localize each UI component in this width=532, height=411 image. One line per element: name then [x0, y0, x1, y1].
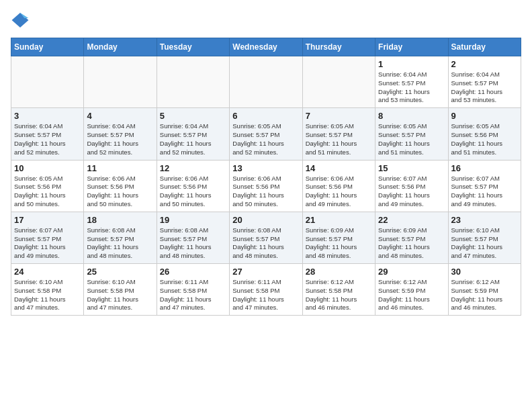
day-number: 24: [14, 267, 81, 277]
calendar-cell: 20Sunrise: 6:08 AM Sunset: 5:57 PM Dayli…: [230, 212, 302, 263]
day-number: 9: [451, 111, 518, 121]
cell-content: Sunrise: 6:07 AM Sunset: 5:57 PM Dayligh…: [451, 175, 518, 209]
day-number: 27: [232, 267, 299, 277]
calendar-cell: 24Sunrise: 6:10 AM Sunset: 5:58 PM Dayli…: [11, 264, 84, 316]
day-number: 25: [87, 267, 153, 277]
calendar-cell: 19Sunrise: 6:08 AM Sunset: 5:57 PM Dayli…: [157, 212, 229, 263]
page-header: [11, 11, 521, 30]
cell-content: Sunrise: 6:11 AM Sunset: 5:58 PM Dayligh…: [160, 278, 226, 312]
day-number: 7: [306, 111, 372, 121]
calendar-cell: 3Sunrise: 6:04 AM Sunset: 5:57 PM Daylig…: [11, 108, 84, 160]
calendar-week-row: 17Sunrise: 6:07 AM Sunset: 5:57 PM Dayli…: [11, 212, 521, 263]
calendar-cell: 5Sunrise: 6:04 AM Sunset: 5:57 PM Daylig…: [157, 108, 229, 160]
day-number: 12: [160, 163, 226, 173]
day-number: 3: [14, 111, 81, 121]
calendar-week-row: 3Sunrise: 6:04 AM Sunset: 5:57 PM Daylig…: [11, 108, 521, 160]
cell-content: Sunrise: 6:08 AM Sunset: 5:57 PM Dayligh…: [232, 226, 299, 261]
calendar-cell: [11, 56, 84, 108]
weekday-header: Tuesday: [157, 38, 229, 56]
cell-content: Sunrise: 6:05 AM Sunset: 5:57 PM Dayligh…: [378, 122, 445, 156]
day-number: 15: [378, 163, 445, 173]
cell-content: Sunrise: 6:05 AM Sunset: 5:57 PM Dayligh…: [306, 122, 372, 156]
cell-content: Sunrise: 6:05 AM Sunset: 5:56 PM Dayligh…: [14, 175, 81, 209]
cell-content: Sunrise: 6:04 AM Sunset: 5:57 PM Dayligh…: [378, 71, 445, 105]
cell-content: Sunrise: 6:04 AM Sunset: 5:57 PM Dayligh…: [160, 122, 226, 156]
calendar-cell: 16Sunrise: 6:07 AM Sunset: 5:57 PM Dayli…: [448, 160, 521, 212]
weekday-header: Friday: [375, 38, 448, 56]
cell-content: Sunrise: 6:06 AM Sunset: 5:56 PM Dayligh…: [87, 175, 153, 209]
calendar-cell: 7Sunrise: 6:05 AM Sunset: 5:57 PM Daylig…: [302, 108, 375, 160]
day-number: 26: [160, 267, 226, 277]
calendar-cell: 22Sunrise: 6:09 AM Sunset: 5:57 PM Dayli…: [375, 212, 448, 263]
cell-content: Sunrise: 6:09 AM Sunset: 5:57 PM Dayligh…: [306, 226, 372, 261]
weekday-header: Wednesday: [230, 38, 302, 56]
cell-content: Sunrise: 6:10 AM Sunset: 5:57 PM Dayligh…: [451, 226, 518, 261]
calendar-cell: 9Sunrise: 6:05 AM Sunset: 5:56 PM Daylig…: [448, 108, 521, 160]
day-number: 14: [306, 163, 372, 173]
calendar-cell: [302, 56, 375, 108]
cell-content: Sunrise: 6:05 AM Sunset: 5:56 PM Dayligh…: [451, 122, 518, 156]
weekday-header: Monday: [84, 38, 157, 56]
day-number: 8: [378, 111, 445, 121]
cell-content: Sunrise: 6:06 AM Sunset: 5:56 PM Dayligh…: [232, 175, 299, 209]
calendar-week-row: 10Sunrise: 6:05 AM Sunset: 5:56 PM Dayli…: [11, 160, 521, 212]
calendar-cell: 12Sunrise: 6:06 AM Sunset: 5:56 PM Dayli…: [157, 160, 229, 212]
weekday-header: Thursday: [302, 38, 375, 56]
svg-marker-0: [12, 13, 29, 28]
cell-content: Sunrise: 6:10 AM Sunset: 5:58 PM Dayligh…: [14, 278, 81, 312]
cell-content: Sunrise: 6:11 AM Sunset: 5:58 PM Dayligh…: [232, 278, 299, 312]
calendar-cell: 14Sunrise: 6:06 AM Sunset: 5:56 PM Dayli…: [302, 160, 375, 212]
cell-content: Sunrise: 6:06 AM Sunset: 5:56 PM Dayligh…: [160, 175, 226, 209]
calendar-cell: [84, 56, 157, 108]
cell-content: Sunrise: 6:07 AM Sunset: 5:57 PM Dayligh…: [14, 226, 81, 261]
day-number: 29: [378, 267, 445, 277]
calendar-cell: 15Sunrise: 6:07 AM Sunset: 5:56 PM Dayli…: [375, 160, 448, 212]
cell-content: Sunrise: 6:04 AM Sunset: 5:57 PM Dayligh…: [451, 71, 518, 105]
calendar-week-row: 1Sunrise: 6:04 AM Sunset: 5:57 PM Daylig…: [11, 56, 521, 108]
cell-content: Sunrise: 6:12 AM Sunset: 5:59 PM Dayligh…: [451, 278, 518, 312]
day-number: 1: [378, 59, 445, 69]
day-number: 20: [232, 215, 299, 225]
calendar-cell: 23Sunrise: 6:10 AM Sunset: 5:57 PM Dayli…: [448, 212, 521, 263]
cell-content: Sunrise: 6:08 AM Sunset: 5:57 PM Dayligh…: [87, 226, 153, 261]
weekday-header: Sunday: [11, 38, 84, 56]
cell-content: Sunrise: 6:08 AM Sunset: 5:57 PM Dayligh…: [160, 226, 226, 261]
day-number: 5: [160, 111, 226, 121]
day-number: 6: [232, 111, 299, 121]
cell-content: Sunrise: 6:10 AM Sunset: 5:58 PM Dayligh…: [87, 278, 153, 312]
day-number: 16: [451, 163, 518, 173]
calendar-cell: 11Sunrise: 6:06 AM Sunset: 5:56 PM Dayli…: [84, 160, 157, 212]
day-number: 10: [14, 163, 81, 173]
logo: [11, 11, 32, 30]
calendar-table: SundayMondayTuesdayWednesdayThursdayFrid…: [11, 38, 521, 316]
cell-content: Sunrise: 6:07 AM Sunset: 5:56 PM Dayligh…: [378, 175, 445, 209]
calendar-cell: 21Sunrise: 6:09 AM Sunset: 5:57 PM Dayli…: [302, 212, 375, 263]
calendar-cell: 26Sunrise: 6:11 AM Sunset: 5:58 PM Dayli…: [157, 264, 229, 316]
day-number: 4: [87, 111, 153, 121]
weekday-header-row: SundayMondayTuesdayWednesdayThursdayFrid…: [11, 38, 521, 56]
day-number: 30: [451, 267, 518, 277]
calendar-cell: 18Sunrise: 6:08 AM Sunset: 5:57 PM Dayli…: [84, 212, 157, 263]
calendar-cell: 25Sunrise: 6:10 AM Sunset: 5:58 PM Dayli…: [84, 264, 157, 316]
calendar-cell: 30Sunrise: 6:12 AM Sunset: 5:59 PM Dayli…: [448, 264, 521, 316]
calendar-cell: 1Sunrise: 6:04 AM Sunset: 5:57 PM Daylig…: [375, 56, 448, 108]
calendar-cell: 2Sunrise: 6:04 AM Sunset: 5:57 PM Daylig…: [448, 56, 521, 108]
day-number: 18: [87, 215, 153, 225]
logo-icon: [11, 11, 30, 30]
calendar-cell: [230, 56, 302, 108]
calendar-cell: 28Sunrise: 6:12 AM Sunset: 5:58 PM Dayli…: [302, 264, 375, 316]
cell-content: Sunrise: 6:06 AM Sunset: 5:56 PM Dayligh…: [306, 175, 372, 209]
calendar-cell: 13Sunrise: 6:06 AM Sunset: 5:56 PM Dayli…: [230, 160, 302, 212]
day-number: 2: [451, 59, 518, 69]
calendar-body: 1Sunrise: 6:04 AM Sunset: 5:57 PM Daylig…: [11, 56, 521, 316]
calendar-week-row: 24Sunrise: 6:10 AM Sunset: 5:58 PM Dayli…: [11, 264, 521, 316]
day-number: 21: [306, 215, 372, 225]
cell-content: Sunrise: 6:05 AM Sunset: 5:57 PM Dayligh…: [232, 122, 299, 156]
cell-content: Sunrise: 6:04 AM Sunset: 5:57 PM Dayligh…: [14, 122, 81, 156]
day-number: 11: [87, 163, 153, 173]
calendar-cell: 27Sunrise: 6:11 AM Sunset: 5:58 PM Dayli…: [230, 264, 302, 316]
calendar-cell: 29Sunrise: 6:12 AM Sunset: 5:59 PM Dayli…: [375, 264, 448, 316]
calendar-cell: 4Sunrise: 6:04 AM Sunset: 5:57 PM Daylig…: [84, 108, 157, 160]
day-number: 28: [306, 267, 372, 277]
day-number: 13: [232, 163, 299, 173]
